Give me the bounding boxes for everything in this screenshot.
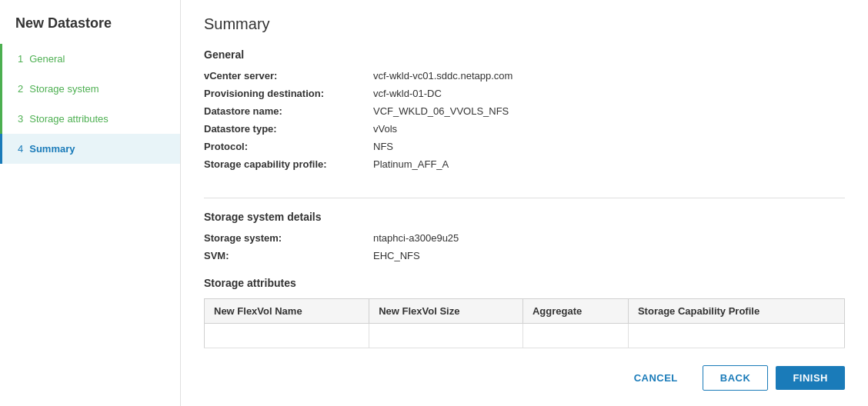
storage-system-details-section: Storage system details Storage system: n…: [204, 211, 845, 277]
footer: CANCEL BACK FINISH: [204, 353, 845, 391]
sidebar: New Datastore 1 General 2 Storage system…: [0, 0, 181, 406]
storage-system-section-title: Storage system details: [204, 211, 845, 223]
table-row-empty: [205, 324, 845, 348]
sidebar-item-label-storage-system: Storage system: [29, 83, 98, 95]
col-flexvol-name: New FlexVol Name: [205, 299, 369, 324]
storage-attributes-section-title: Storage attributes: [204, 277, 845, 289]
page-title: Summary: [204, 15, 845, 33]
sidebar-item-summary[interactable]: 4 Summary: [0, 134, 180, 164]
col-storage-capability-profile: Storage Capability Profile: [628, 299, 844, 324]
storage-capability-profile-label: Storage capability profile:: [204, 158, 373, 170]
sidebar-item-label-summary: Summary: [29, 143, 75, 155]
provisioning-dest-label: Provisioning destination:: [204, 88, 373, 99]
datastore-type-value: vVols: [373, 123, 845, 135]
protocol-value: NFS: [373, 141, 845, 152]
storage-system-label: Storage system:: [204, 232, 373, 244]
step-number-3: 3: [18, 113, 23, 125]
sidebar-item-storage-system[interactable]: 2 Storage system: [0, 74, 180, 104]
vcenter-label: vCenter server:: [204, 70, 373, 82]
cancel-button[interactable]: CANCEL: [617, 366, 695, 390]
sidebar-item-label-general: General: [29, 53, 65, 65]
table-header-row: New FlexVol Name New FlexVol Size Aggreg…: [205, 299, 845, 324]
vcenter-value: vcf-wkld-vc01.sddc.netapp.com: [373, 70, 845, 82]
step-number-1: 1: [18, 53, 23, 65]
section-divider-1: [204, 198, 845, 198]
table-body: [205, 324, 845, 348]
sidebar-item-label-storage-attributes: Storage attributes: [29, 113, 108, 125]
provisioning-dest-value: vcf-wkld-01-DC: [373, 88, 845, 99]
finish-button[interactable]: FINISH: [776, 366, 845, 390]
step-number-2: 2: [18, 83, 23, 95]
protocol-label: Protocol:: [204, 141, 373, 152]
storage-system-value: ntaphci-a300e9u25: [373, 232, 845, 244]
back-button[interactable]: BACK: [703, 365, 769, 391]
datastore-type-label: Datastore type:: [204, 123, 373, 135]
sidebar-item-general[interactable]: 1 General: [0, 44, 180, 74]
svm-value: EHC_NFS: [373, 250, 845, 261]
sidebar-title: New Datastore: [0, 0, 180, 44]
storage-system-info-grid: Storage system: ntaphci-a300e9u25 SVM: E…: [204, 232, 845, 261]
sidebar-item-storage-attributes[interactable]: 3 Storage attributes: [0, 104, 180, 134]
datastore-name-value: VCF_WKLD_06_VVOLS_NFS: [373, 105, 845, 117]
general-info-grid: vCenter server: vcf-wkld-vc01.sddc.netap…: [204, 70, 845, 170]
general-section: General vCenter server: vcf-wkld-vc01.sd…: [204, 48, 845, 185]
main-content: Summary General vCenter server: vcf-wkld…: [181, 0, 868, 406]
storage-attributes-section: Storage attributes New FlexVol Name New …: [204, 277, 845, 348]
storage-attributes-table: New FlexVol Name New FlexVol Size Aggreg…: [204, 298, 845, 348]
col-aggregate: Aggregate: [522, 299, 628, 324]
svm-label: SVM:: [204, 250, 373, 261]
step-number-4: 4: [18, 143, 23, 155]
col-flexvol-size: New FlexVol Size: [369, 299, 523, 324]
storage-capability-profile-value: Platinum_AFF_A: [373, 158, 845, 170]
datastore-name-label: Datastore name:: [204, 105, 373, 117]
general-section-title: General: [204, 48, 845, 61]
